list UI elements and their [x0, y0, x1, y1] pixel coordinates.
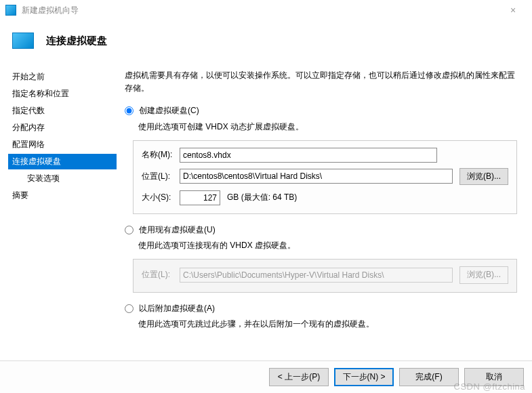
existing-location-input: [180, 268, 453, 283]
radio-existing-vhd-label: 使用现有虚拟硬盘(U): [139, 224, 216, 236]
existing-vhd-form: 位置(L): 浏览(B)...: [133, 259, 517, 292]
wizard-icon: [12, 33, 34, 49]
step-connect-vhd[interactable]: 连接虚拟硬盘: [8, 154, 117, 169]
name-label: 名称(M):: [142, 148, 180, 161]
intro-text: 虚拟机需要具有存储，以便可以安装操作系统。可以立即指定存储，也可以稍后通过修改虚…: [125, 69, 517, 95]
radio-attach-later-desc: 使用此选项可先跳过此步骤，并在以后附加一个现有的虚拟硬盘。: [138, 318, 517, 331]
location-label: 位置(L):: [142, 170, 180, 183]
location-input[interactable]: [180, 169, 453, 184]
finish-button[interactable]: 完成(F): [399, 368, 459, 386]
radio-create-vhd[interactable]: [125, 106, 134, 115]
step-before-begin[interactable]: 开始之前: [8, 69, 117, 85]
radio-existing-vhd[interactable]: [125, 226, 134, 234]
close-button[interactable]: ×: [499, 5, 527, 16]
name-input[interactable]: [180, 148, 437, 163]
size-label: 大小(S):: [142, 191, 180, 204]
step-name-location[interactable]: 指定名称和位置: [8, 86, 117, 102]
radio-create-vhd-label: 创建虚拟硬盘(C): [139, 104, 199, 117]
browse-existing-button: 浏览(B)...: [459, 266, 508, 283]
size-input[interactable]: [180, 190, 220, 205]
size-suffix: GB (最大值: 64 TB): [227, 191, 297, 204]
step-generation[interactable]: 指定代数: [8, 103, 117, 119]
radio-attach-later[interactable]: [125, 304, 134, 313]
title-bar: 新建虚拟机向导 ×: [0, 0, 532, 20]
step-install-options[interactable]: 安装选项: [8, 171, 117, 186]
wizard-content: 虚拟机需要具有存储，以便可以安装操作系统。可以立即指定存储，也可以稍后通过修改虚…: [117, 62, 532, 360]
step-summary[interactable]: 摘要: [8, 188, 117, 203]
page-title: 连接虚拟硬盘: [46, 35, 107, 47]
step-memory[interactable]: 分配内存: [8, 120, 117, 136]
create-vhd-form: 名称(M): 位置(L): 浏览(B)... 大小(S): GB (最大值: 6…: [133, 140, 517, 214]
browse-location-button[interactable]: 浏览(B)...: [459, 168, 508, 185]
radio-attach-later-label: 以后附加虚拟硬盘(A): [139, 302, 215, 315]
radio-create-vhd-desc: 使用此选项可创建 VHDX 动态扩展虚拟硬盘。: [138, 121, 517, 133]
previous-button[interactable]: < 上一步(P): [269, 368, 329, 386]
next-button[interactable]: 下一步(N) >: [334, 368, 394, 386]
wizard-header: 连接虚拟硬盘: [0, 20, 532, 62]
cancel-button[interactable]: 取消: [464, 368, 524, 386]
step-network[interactable]: 配置网络: [8, 137, 117, 152]
existing-location-label: 位置(L):: [142, 268, 180, 281]
wizard-steps-sidebar: 开始之前 指定名称和位置 指定代数 分配内存 配置网络 连接虚拟硬盘 安装选项 …: [0, 62, 117, 360]
wizard-footer: < 上一步(P) 下一步(N) > 完成(F) 取消: [0, 360, 532, 393]
window-icon: [5, 5, 16, 16]
radio-existing-vhd-desc: 使用此选项可连接现有的 VHDX 虚拟硬盘。: [138, 239, 517, 252]
window-title: 新建虚拟机向导: [22, 5, 499, 16]
